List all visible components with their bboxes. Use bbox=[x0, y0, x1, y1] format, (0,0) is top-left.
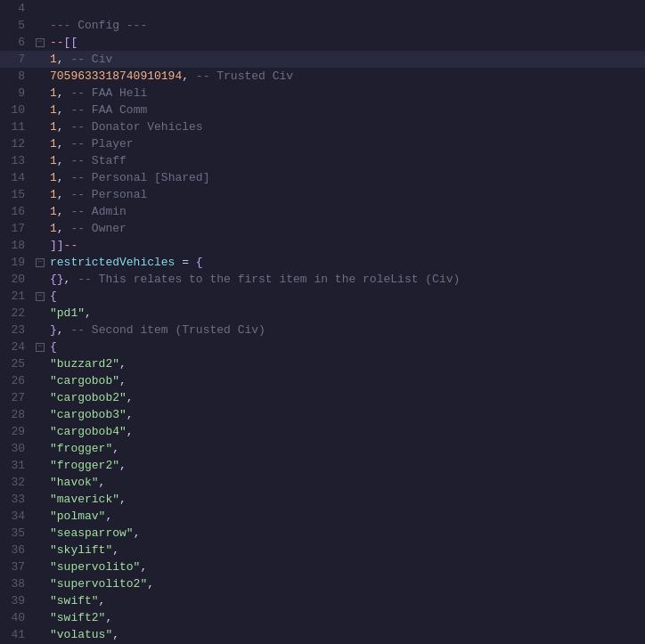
code-line: 25"buzzard2", bbox=[0, 355, 645, 372]
fold-gutter[interactable] bbox=[34, 135, 46, 152]
fold-gutter[interactable] bbox=[34, 271, 46, 288]
code-line: 6−--[[ bbox=[0, 34, 645, 51]
fold-gutter[interactable] bbox=[34, 118, 46, 135]
code-content: "pd1", bbox=[46, 305, 645, 322]
code-content: "maverick", bbox=[46, 491, 645, 508]
fold-icon[interactable]: − bbox=[36, 38, 45, 47]
code-line: 35"seasparrow", bbox=[0, 525, 645, 542]
line-number: 21 bbox=[0, 288, 34, 305]
line-number: 4 bbox=[0, 0, 34, 17]
code-content: 1, -- Admin bbox=[46, 203, 645, 220]
fold-gutter[interactable]: − bbox=[34, 34, 46, 51]
line-number: 32 bbox=[0, 474, 34, 491]
line-number: 37 bbox=[0, 558, 34, 575]
fold-gutter[interactable]: − bbox=[34, 288, 46, 305]
code-line: 39"swift", bbox=[0, 592, 645, 609]
code-line: 161, -- Admin bbox=[0, 203, 645, 220]
line-number: 13 bbox=[0, 152, 34, 169]
fold-gutter[interactable] bbox=[34, 0, 46, 17]
fold-icon[interactable]: − bbox=[36, 292, 45, 301]
fold-gutter[interactable]: − bbox=[34, 254, 46, 271]
fold-gutter[interactable] bbox=[34, 575, 46, 592]
fold-gutter[interactable] bbox=[34, 406, 46, 423]
line-number: 36 bbox=[0, 542, 34, 558]
code-content: "swift", bbox=[46, 592, 645, 609]
code-content: "seasparrow", bbox=[46, 525, 645, 542]
code-content: {}, -- This relates to the first item in… bbox=[46, 271, 645, 288]
code-content: "cargobob4", bbox=[46, 423, 645, 440]
code-content: restrictedVehicles = { bbox=[46, 254, 645, 271]
fold-gutter[interactable] bbox=[34, 491, 46, 508]
fold-gutter[interactable] bbox=[34, 525, 46, 542]
fold-gutter[interactable] bbox=[34, 457, 46, 474]
line-number: 31 bbox=[0, 457, 34, 474]
line-number: 6 bbox=[0, 34, 34, 51]
fold-gutter[interactable] bbox=[34, 355, 46, 372]
code-content: 1, -- Personal bbox=[46, 186, 645, 203]
fold-gutter[interactable] bbox=[34, 609, 46, 626]
line-number: 7 bbox=[0, 51, 34, 68]
line-number: 10 bbox=[0, 102, 34, 118]
code-content: 7059633318740910194, -- Trusted Civ bbox=[46, 68, 645, 85]
fold-gutter[interactable] bbox=[34, 592, 46, 609]
fold-gutter[interactable] bbox=[34, 152, 46, 169]
fold-gutter[interactable] bbox=[34, 51, 46, 68]
fold-gutter[interactable] bbox=[34, 440, 46, 457]
fold-gutter[interactable] bbox=[34, 626, 46, 643]
line-number: 35 bbox=[0, 525, 34, 542]
fold-gutter[interactable] bbox=[34, 423, 46, 440]
fold-icon[interactable]: − bbox=[36, 343, 45, 352]
line-number: 15 bbox=[0, 186, 34, 203]
fold-gutter[interactable] bbox=[34, 220, 46, 237]
code-line: 141, -- Personal [Shared] bbox=[0, 169, 645, 186]
line-number: 20 bbox=[0, 271, 34, 288]
code-content: "cargobob3", bbox=[46, 406, 645, 423]
code-content: "volatus", bbox=[46, 626, 645, 643]
code-line: 131, -- Staff bbox=[0, 152, 645, 169]
code-content: 1, -- FAA Heli bbox=[46, 85, 645, 102]
line-number: 12 bbox=[0, 135, 34, 152]
fold-gutter[interactable] bbox=[34, 186, 46, 203]
code-content: "supervolito", bbox=[46, 558, 645, 575]
fold-gutter[interactable] bbox=[34, 389, 46, 406]
code-content: --[[ bbox=[46, 34, 645, 51]
fold-gutter[interactable] bbox=[34, 542, 46, 558]
code-line: 40"swift2", bbox=[0, 609, 645, 626]
code-line: 33"maverick", bbox=[0, 491, 645, 508]
code-content: "cargobob", bbox=[46, 372, 645, 389]
fold-gutter[interactable] bbox=[34, 558, 46, 575]
fold-gutter[interactable] bbox=[34, 237, 46, 254]
fold-gutter[interactable]: − bbox=[34, 338, 46, 355]
fold-gutter[interactable] bbox=[34, 203, 46, 220]
fold-gutter[interactable] bbox=[34, 17, 46, 34]
code-content: "cargobob2", bbox=[46, 389, 645, 406]
code-line: 29"cargobob4", bbox=[0, 423, 645, 440]
fold-gutter[interactable] bbox=[34, 322, 46, 338]
line-number: 38 bbox=[0, 575, 34, 592]
line-number: 19 bbox=[0, 254, 34, 271]
line-number: 27 bbox=[0, 389, 34, 406]
fold-icon[interactable]: − bbox=[36, 258, 45, 267]
fold-gutter[interactable] bbox=[34, 169, 46, 186]
code-line: 111, -- Donator Vehicles bbox=[0, 118, 645, 135]
line-number: 25 bbox=[0, 355, 34, 372]
fold-gutter[interactable] bbox=[34, 102, 46, 118]
line-number: 33 bbox=[0, 491, 34, 508]
code-line: 91, -- FAA Heli bbox=[0, 85, 645, 102]
fold-gutter[interactable] bbox=[34, 474, 46, 491]
fold-gutter[interactable] bbox=[34, 68, 46, 85]
code-content: }, -- Second item (Trusted Civ) bbox=[46, 322, 645, 338]
code-content: "frogger", bbox=[46, 440, 645, 457]
line-number: 22 bbox=[0, 305, 34, 322]
code-line: 31"frogger2", bbox=[0, 457, 645, 474]
code-line: 34"polmav", bbox=[0, 508, 645, 525]
code-content: 1, -- Staff bbox=[46, 152, 645, 169]
code-line: 22"pd1", bbox=[0, 305, 645, 322]
fold-gutter[interactable] bbox=[34, 305, 46, 322]
code-content bbox=[46, 0, 645, 17]
code-line: 121, -- Player bbox=[0, 135, 645, 152]
code-editor: 45--- Config ---6−--[[71, -- Civ87059633… bbox=[0, 0, 645, 644]
fold-gutter[interactable] bbox=[34, 85, 46, 102]
fold-gutter[interactable] bbox=[34, 372, 46, 389]
fold-gutter[interactable] bbox=[34, 508, 46, 525]
